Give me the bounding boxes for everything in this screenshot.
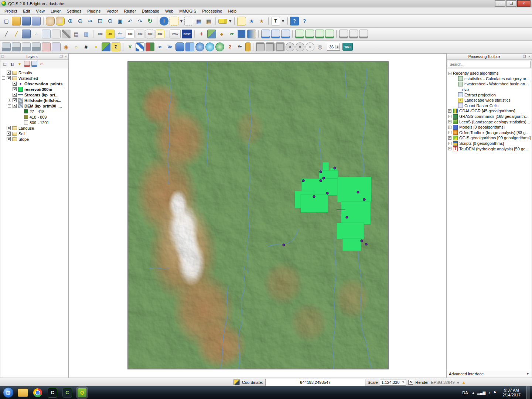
menu-item[interactable]: Database bbox=[139, 8, 162, 14]
algorithm-tree-row[interactable]: Count Raster Cells bbox=[447, 103, 531, 109]
terrain-analysis-icon[interactable] bbox=[12, 42, 21, 51]
layer-tree-row[interactable]: 418 - 809 bbox=[1, 114, 68, 120]
reshape-icon[interactable] bbox=[42, 42, 51, 51]
heatmap-icon[interactable] bbox=[32, 42, 41, 51]
spinner-arrows-icon[interactable]: ▲▼ bbox=[335, 45, 340, 49]
layer-visibility-checkbox[interactable]: × bbox=[13, 104, 17, 108]
vector-table-green-icon[interactable] bbox=[305, 30, 314, 38]
minimize-button[interactable]: – bbox=[495, 0, 505, 7]
taskbar-app[interactable]: Q bbox=[75, 387, 89, 398]
move-label-icon[interactable]: abc bbox=[136, 30, 144, 38]
manage-layer-visibility-icon[interactable]: ◧ bbox=[9, 61, 15, 67]
messages-icon[interactable]: ● bbox=[457, 380, 460, 385]
expand-all-icon[interactable] bbox=[24, 61, 30, 67]
pin-diamond-icon[interactable]: ◆ bbox=[217, 30, 226, 38]
gray-table-icon[interactable] bbox=[349, 30, 358, 38]
coordinate-capture-icon[interactable]: + bbox=[197, 30, 206, 38]
layer-visibility-checkbox[interactable]: × bbox=[7, 71, 11, 75]
gold-ring-icon[interactable]: ○ bbox=[72, 42, 81, 51]
algorithm-tree-row[interactable]: + Orfeo Toolbox (Image analysis) [83 geo… bbox=[447, 130, 531, 136]
menu-item[interactable]: Processing bbox=[199, 8, 225, 14]
show-bookmarks-icon[interactable]: ★ bbox=[257, 17, 266, 25]
maximize-button[interactable]: ❐ bbox=[506, 0, 516, 7]
whats-this-icon[interactable]: ? bbox=[300, 17, 309, 25]
tree-expander-icon[interactable]: − bbox=[8, 104, 11, 108]
add-group-icon[interactable]: ▤ bbox=[2, 61, 8, 67]
gray-table-icon[interactable] bbox=[359, 30, 368, 38]
layer-visibility-checkbox[interactable]: × bbox=[7, 126, 11, 130]
tree-expander-icon[interactable]: + bbox=[448, 136, 451, 140]
measure-dropdown-arrow-icon[interactable]: ▾ bbox=[228, 17, 232, 25]
menu-item[interactable]: Raster bbox=[121, 8, 139, 14]
menu-item[interactable]: Help bbox=[225, 8, 240, 14]
show-hidden-icons-icon[interactable]: ▴ bbox=[473, 391, 474, 395]
blue-wave-icon[interactable]: ≈ bbox=[156, 42, 164, 51]
panel-undock-icon[interactable]: ❐ bbox=[522, 55, 527, 58]
orange-ring-icon[interactable]: ◉ bbox=[62, 42, 71, 51]
vector-table-green-icon[interactable] bbox=[325, 30, 334, 38]
menu-item[interactable]: Layer bbox=[48, 8, 64, 14]
layer-tree-row[interactable]: × ● Observation_points bbox=[1, 81, 68, 86]
globe-cyan-icon[interactable] bbox=[205, 42, 214, 51]
interface-mode-select[interactable]: Advanced interface ▼ bbox=[447, 370, 532, 378]
label-icon[interactable]: abc bbox=[96, 30, 105, 38]
simplify-icon[interactable] bbox=[52, 42, 61, 51]
change-label-icon[interactable]: abc bbox=[156, 30, 164, 38]
vector-table-green-icon[interactable] bbox=[315, 30, 324, 38]
new-bookmark-icon[interactable]: ★ bbox=[247, 17, 256, 25]
csw-button[interactable]: CSW bbox=[170, 30, 181, 38]
menu-item[interactable]: Project bbox=[1, 8, 20, 14]
panel-close-icon[interactable]: × bbox=[527, 55, 532, 58]
globe-blue-icon[interactable] bbox=[195, 42, 204, 51]
remove-layer-icon[interactable]: ▭ bbox=[39, 61, 45, 67]
algorithm-tree-row[interactable]: + QGIS geoalgorithms [99 geoalgorithms] bbox=[447, 135, 531, 141]
save-project-icon[interactable] bbox=[22, 17, 31, 25]
time-manager-icon[interactable] bbox=[237, 30, 246, 38]
select-features-icon[interactable] bbox=[170, 17, 178, 25]
v-dropdown-icon[interactable]: V▾ bbox=[235, 42, 244, 51]
algorithm-tree-row[interactable]: − Recently used algorithms bbox=[447, 71, 531, 76]
checker-blue-icon[interactable] bbox=[136, 42, 144, 51]
raster-clip-icon[interactable] bbox=[276, 42, 284, 51]
graticule-grid-icon[interactable]: # bbox=[82, 42, 91, 51]
deselect-features-icon[interactable] bbox=[184, 17, 193, 25]
vector-table-green-icon[interactable] bbox=[295, 30, 304, 38]
layer-tree-row[interactable]: × Slope bbox=[1, 136, 68, 142]
layer-tree-row[interactable]: × Results bbox=[1, 70, 68, 75]
algorithm-tree-row[interactable]: + T TauDEM (hydrologic analysis) [59 geo… bbox=[447, 146, 531, 151]
globe-green-icon[interactable] bbox=[215, 42, 224, 51]
label-highlighted-icon[interactable]: ab bbox=[106, 30, 115, 38]
layer-tree-row[interactable]: × Soil bbox=[1, 131, 68, 136]
zoom-native-icon[interactable]: 1:1 bbox=[86, 17, 95, 25]
layer-visibility-checkbox[interactable]: × bbox=[13, 93, 17, 97]
open-project-icon[interactable] bbox=[12, 17, 21, 25]
tree-expander-icon[interactable]: + bbox=[448, 142, 451, 145]
zoom-in-icon[interactable]: ⊕ bbox=[66, 17, 75, 25]
algorithm-tree-row[interactable]: + Scripts [0 geoalgorithms] bbox=[447, 141, 531, 146]
layer-tree-row[interactable]: × reservoir300m bbox=[1, 86, 68, 92]
taskbar-app[interactable]: C bbox=[60, 387, 74, 398]
layer-visibility-checkbox[interactable]: × bbox=[13, 98, 17, 102]
raster-table-blue-icon[interactable] bbox=[281, 30, 290, 38]
layer-tree-row[interactable]: × Streams (kp_srt... bbox=[1, 92, 68, 98]
field-calculator-icon[interactable]: ▦ bbox=[204, 17, 213, 25]
algorithm-tree-row[interactable]: r.statistics - Calculates category or o.… bbox=[447, 76, 531, 82]
menu-item[interactable]: Settings bbox=[64, 8, 84, 14]
wet-button[interactable]: WET bbox=[342, 43, 353, 51]
rotate-label-icon[interactable]: abc bbox=[146, 30, 154, 38]
blue-rounded-icon[interactable] bbox=[175, 42, 184, 51]
layer-visibility-checkbox[interactable]: × bbox=[7, 132, 11, 136]
vector-dropdown-icon[interactable]: V▾ bbox=[227, 30, 236, 38]
volume-icon[interactable]: ♪ bbox=[488, 391, 490, 395]
flag-action-center-icon[interactable]: ⚑ bbox=[493, 391, 497, 395]
clock[interactable]: 9:37 AM 2/14/2017 bbox=[499, 388, 524, 398]
raster-image-icon[interactable] bbox=[102, 42, 110, 51]
transparency-spinner[interactable]: 36 ▲▼ bbox=[327, 43, 340, 51]
map-canvas-area[interactable] bbox=[69, 53, 446, 378]
vector-grid-icon[interactable]: V bbox=[126, 42, 134, 51]
current-edits-icon[interactable]: ╱ bbox=[2, 30, 11, 38]
taskbar-app[interactable]: C bbox=[45, 387, 59, 398]
measure-line-icon[interactable] bbox=[218, 19, 227, 24]
tree-expander-icon[interactable]: + bbox=[448, 120, 451, 123]
menu-item[interactable]: View bbox=[33, 8, 48, 14]
